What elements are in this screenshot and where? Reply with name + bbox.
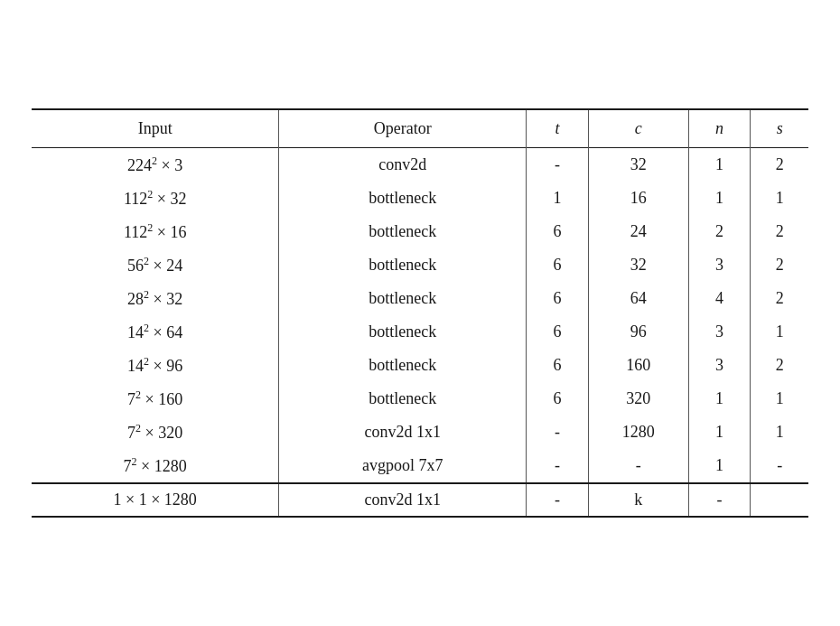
cell-operator: bottleneck [279,315,527,349]
cell-n: 1 [688,148,750,182]
cell-operator: bottleneck [279,349,527,382]
cell-c: 24 [588,215,688,248]
header-c: c [588,109,688,148]
cell-t: - [527,449,588,483]
cell-operator: bottleneck [279,282,527,315]
table-row: 1 × 1 × 1280conv2d 1x1-k- [32,483,808,517]
cell-input: 1 × 1 × 1280 [32,483,279,517]
cell-c: 320 [588,382,688,416]
cell-s: 1 [751,416,808,449]
cell-t: 1 [527,182,588,215]
header-t: t [527,109,588,148]
cell-c: 64 [588,282,688,315]
table-row: 72 × 320conv2d 1x1-128011 [32,416,808,449]
cell-t: 6 [527,349,588,382]
cell-input: 282 × 32 [32,282,279,315]
cell-n: 1 [688,182,750,215]
cell-input: 72 × 1280 [32,449,279,483]
cell-c: 16 [588,182,688,215]
cell-s: - [751,449,808,483]
cell-c: 160 [588,349,688,382]
cell-n: - [688,483,750,517]
cell-t: - [527,148,588,182]
cell-s: 1 [751,315,808,349]
header-s: s [751,109,808,148]
cell-operator: conv2d 1x1 [279,483,527,517]
cell-n: 1 [688,449,750,483]
cell-n: 4 [688,282,750,315]
cell-input: 1122 × 16 [32,215,279,248]
cell-operator: avgpool 7x7 [279,449,527,483]
cell-s: 1 [751,382,808,416]
cell-s: 2 [751,282,808,315]
cell-operator: bottleneck [279,382,527,416]
cell-t: 6 [527,248,588,282]
header-n: n [688,109,750,148]
cell-n: 3 [688,315,750,349]
header-input: Input [32,109,279,148]
cell-t: 6 [527,282,588,315]
cell-operator: conv2d 1x1 [279,416,527,449]
cell-n: 1 [688,382,750,416]
cell-input: 1122 × 32 [32,182,279,215]
table-row: 1122 × 16bottleneck62422 [32,215,808,248]
table-row: 562 × 24bottleneck63232 [32,248,808,282]
cell-c: 1280 [588,416,688,449]
table-row: 2242 × 3conv2d-3212 [32,148,808,182]
table-row: 282 × 32bottleneck66442 [32,282,808,315]
cell-input: 72 × 160 [32,382,279,416]
cell-t: 6 [527,315,588,349]
cell-c: 32 [588,148,688,182]
cell-n: 3 [688,248,750,282]
cell-c: - [588,449,688,483]
cell-s: 2 [751,349,808,382]
cell-s [751,483,808,517]
cell-n: 3 [688,349,750,382]
cell-input: 142 × 96 [32,349,279,382]
cell-operator: bottleneck [279,182,527,215]
architecture-table: Input Operator t c n s 2242 × 3conv2d-32… [32,108,808,518]
cell-input: 562 × 24 [32,248,279,282]
table-row: 142 × 64bottleneck69631 [32,315,808,349]
table-container: Input Operator t c n s 2242 × 3conv2d-32… [32,108,808,518]
table-row: 142 × 96bottleneck616032 [32,349,808,382]
table-row: 72 × 160bottleneck632011 [32,382,808,416]
cell-operator: bottleneck [279,248,527,282]
cell-t: - [527,416,588,449]
cell-c: k [588,483,688,517]
cell-c: 32 [588,248,688,282]
cell-c: 96 [588,315,688,349]
cell-operator: bottleneck [279,215,527,248]
header-operator: Operator [279,109,527,148]
cell-s: 2 [751,215,808,248]
cell-t: 6 [527,215,588,248]
cell-input: 72 × 320 [32,416,279,449]
cell-t: - [527,483,588,517]
table-row: 72 × 1280avgpool 7x7--1- [32,449,808,483]
cell-input: 142 × 64 [32,315,279,349]
cell-s: 2 [751,248,808,282]
cell-n: 2 [688,215,750,248]
cell-input: 2242 × 3 [32,148,279,182]
cell-n: 1 [688,416,750,449]
cell-s: 1 [751,182,808,215]
table-row: 1122 × 32bottleneck11611 [32,182,808,215]
cell-t: 6 [527,382,588,416]
cell-operator: conv2d [279,148,527,182]
cell-s: 2 [751,148,808,182]
